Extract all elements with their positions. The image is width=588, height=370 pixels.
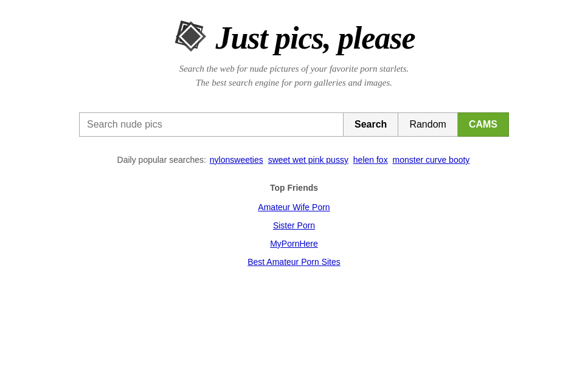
popular-link-4[interactable]: monster curve booty bbox=[393, 155, 470, 165]
search-row: Search Random CAMS bbox=[79, 112, 509, 137]
friend-link-4-anchor[interactable]: Best Amateur Porn Sites bbox=[247, 257, 341, 267]
tagline1: Search the web for nude pictures of your… bbox=[179, 64, 409, 74]
friend-link-1: Amateur Wife Porn bbox=[247, 202, 341, 212]
friend-link-3: MyPornHere bbox=[247, 239, 341, 248]
search-input[interactable] bbox=[79, 112, 344, 137]
top-friends-title: Top Friends bbox=[247, 183, 341, 193]
friend-link-4: Best Amateur Porn Sites bbox=[247, 257, 341, 267]
page-wrapper: Just pics, please Search the web for nud… bbox=[0, 0, 588, 287]
top-friends-section: Top Friends Amateur Wife Porn Sister Por… bbox=[247, 183, 341, 275]
logo-icon bbox=[173, 18, 209, 58]
search-button[interactable]: Search bbox=[344, 112, 398, 137]
popular-link-1[interactable]: nylonsweeties bbox=[210, 155, 263, 165]
cams-button[interactable]: CAMS bbox=[458, 112, 509, 137]
friend-link-1-anchor[interactable]: Amateur Wife Porn bbox=[258, 202, 330, 212]
random-button[interactable]: Random bbox=[398, 112, 457, 137]
friend-link-3-anchor[interactable]: MyPornHere bbox=[270, 239, 318, 248]
popular-searches: Daily popular searches: nylonsweeties sw… bbox=[117, 155, 471, 165]
site-title: Just pics, please bbox=[215, 20, 415, 56]
popular-link-3[interactable]: helen fox bbox=[353, 155, 388, 165]
friend-link-2-anchor[interactable]: Sister Porn bbox=[273, 221, 315, 230]
tagline2: The best search engine for porn gallerie… bbox=[196, 78, 392, 88]
logo-area: Just pics, please bbox=[173, 18, 415, 58]
popular-searches-label: Daily popular searches: bbox=[117, 155, 206, 165]
popular-link-2[interactable]: sweet wet pink pussy bbox=[268, 155, 348, 165]
friend-link-2: Sister Porn bbox=[247, 221, 341, 230]
